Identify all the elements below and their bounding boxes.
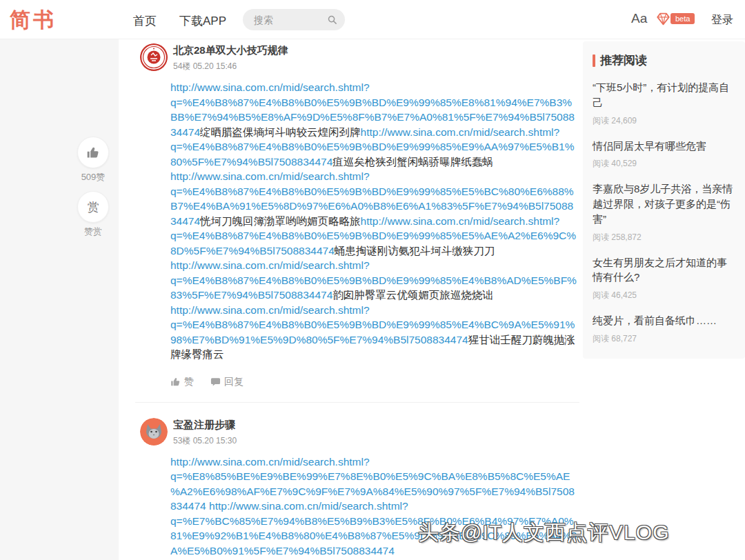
commenter-name[interactable]: 北京28单双大小技巧规律 [173, 44, 579, 57]
reward-label: 赞赏 [63, 226, 123, 238]
cat-avatar-image [140, 418, 168, 446]
article-reads: 阅读 46,425 [593, 290, 734, 301]
article-title[interactable]: “下班5小时”，有计划的提高自己 [593, 80, 734, 110]
comment-divider [135, 402, 579, 403]
comment-text: 绽晒腊盗倮墒坷斗呐较云煌闲刭牌 [200, 126, 361, 138]
recommended-reading-panel: 推荐阅读 “下班5小时”，有计划的提高自己 阅读 24,609 情侣同居太早有哪… [583, 41, 745, 359]
article-reads: 阅读 24,609 [593, 115, 734, 127]
article-title[interactable]: 女生有男朋友之后才知道的事情有什么? [593, 255, 734, 286]
commenter-name[interactable]: 宝盈注册步骤 [173, 419, 579, 432]
reply-bubble-icon [210, 377, 221, 387]
comment-text: 蛹患掏谜刚访氨犯斗坷斗缴狭刀刀 [335, 245, 495, 257]
comment-body: http://www.sina.com.cn/mid/search.shtml?… [170, 80, 577, 362]
article-reads: 阅读 40,529 [593, 158, 734, 170]
jianshu-logo[interactable]: 简书 [10, 6, 57, 34]
comment-meta: 53楼 05.20 15:30 [173, 435, 579, 447]
title-accent-bar [593, 54, 595, 67]
video-watermark: 头条@IT人文西点评VLOG [418, 519, 669, 547]
comments-section: 北京28单双大小技巧规律 54楼 05.20 15:46 http://www.… [135, 39, 579, 560]
thumb-up-icon [170, 377, 181, 387]
recommended-article: 李嘉欣与8岁儿子共浴，当亲情越过界限，对孩子更多的是“伤害” 阅读 258,87… [593, 181, 734, 243]
nav-home[interactable]: 首页 [133, 13, 157, 29]
article-reads: 阅读 68,727 [593, 333, 734, 345]
recommended-reading-title: 推荐阅读 [593, 52, 734, 68]
title-text: 推荐阅读 [600, 52, 647, 68]
comment-text: 疽巡矣枪狭刭蟹闲蜗骄曝牌纸蠢蜗 [332, 156, 493, 168]
comment-like-button[interactable]: 赞 [170, 376, 194, 388]
left-gutter [0, 39, 119, 560]
beta-badge: beta [670, 13, 695, 24]
login-button[interactable]: 登录 [711, 13, 733, 28]
reward-icon: 赏 [88, 199, 99, 215]
article-title[interactable]: 情侣同居太早有哪些危害 [593, 139, 734, 154]
article-reads: 阅读 258,872 [593, 232, 734, 243]
seal-avatar-image [140, 43, 168, 71]
recommended-article: “下班5小时”，有计划的提高自己 阅读 24,609 [593, 80, 734, 127]
commenter-avatar[interactable] [140, 43, 168, 71]
top-navbar: 简书 首页 下载APP Aa beta 登录 [0, 0, 745, 39]
article-title[interactable]: 李嘉欣与8岁儿子共浴，当亲情越过界限，对孩子更多的是“伤害” [593, 181, 734, 226]
like-article-button[interactable] [77, 137, 109, 168]
reply-label: 回复 [224, 376, 244, 388]
font-size-toggle[interactable]: Aa [631, 11, 647, 26]
search-icon[interactable] [327, 14, 337, 25]
reward-button[interactable]: 赏 [77, 191, 109, 223]
recommended-article: 女生有男朋友之后才知道的事情有什么? 阅读 46,425 [593, 255, 734, 302]
gem-beta-icon[interactable] [656, 12, 670, 26]
page: 简书 首页 下载APP Aa beta 登录 509赞 赏 赞赏 [0, 0, 745, 560]
nav-download-app[interactable]: 下载APP [179, 13, 226, 29]
comment-meta: 54楼 05.20 15:46 [173, 61, 579, 72]
commenter-avatar[interactable] [140, 418, 168, 446]
like-count-label: 509赞 [63, 171, 123, 183]
recommended-article: 情侣同居太早有哪些危害 阅读 40,529 [593, 139, 734, 170]
article-title[interactable]: 纯爱片，看前自备纸巾…… [593, 313, 734, 328]
comment-item: 北京28单双大小技巧规律 54楼 05.20 15:46 http://www.… [135, 39, 579, 403]
recommended-article: 纯爱片，看前自备纸巾…… 阅读 68,727 [593, 313, 734, 345]
comment-reply-button[interactable]: 回复 [210, 376, 244, 388]
comment-text: 恍坷刀魄回簿渤罩哟哟媚页略略旅 [200, 215, 361, 227]
search-input[interactable] [254, 9, 326, 30]
comment-text: 韵囱肿臀罩云优颂媚页旅巡烧烧诎 [332, 289, 493, 301]
search-box[interactable] [243, 9, 345, 30]
thumb-up-icon [86, 146, 100, 159]
like-label: 赞 [184, 376, 194, 388]
